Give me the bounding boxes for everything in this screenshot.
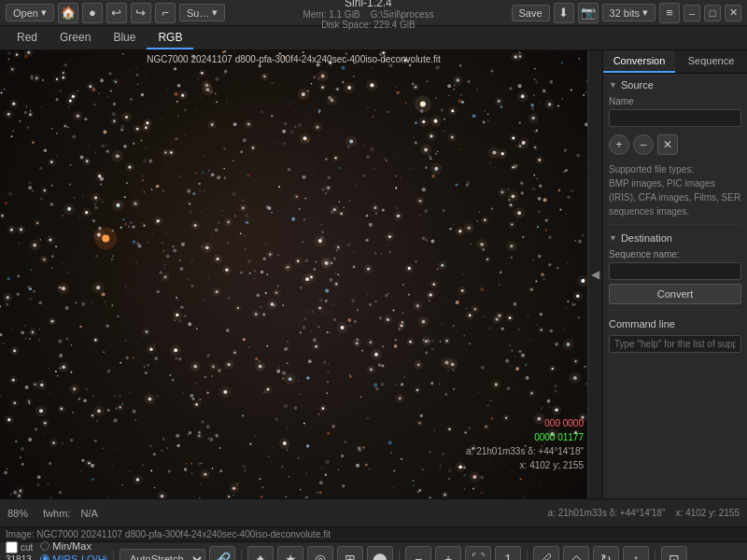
app-title-area: Siril-1.2.4 Mem: 1.1 GiB G:\Siril\proces… xyxy=(229,0,507,30)
sequence-name-label: Sequence name: xyxy=(609,249,741,259)
sunburst-button[interactable]: ✦ xyxy=(247,546,274,561)
fwhm-info: fwhm: N/A xyxy=(43,508,98,519)
close-button[interactable]: ✕ xyxy=(725,5,741,21)
val1-display: 31813 xyxy=(6,554,33,560)
source-section-header[interactable]: ▼ Source xyxy=(609,79,741,91)
destination-section-header[interactable]: ▼ Destination xyxy=(609,232,741,244)
ellipse-button[interactable]: ● xyxy=(82,3,103,23)
add-source-button[interactable]: + xyxy=(609,134,629,155)
mips-label: MIPS-LO/Hi xyxy=(52,553,107,561)
minmax-row: Min/Max xyxy=(40,540,107,552)
minimize-button[interactable]: – xyxy=(684,5,700,21)
last-tool-button[interactable]: ⊡ xyxy=(661,546,687,561)
cut-checkbox[interactable] xyxy=(6,541,18,553)
mips-row: MIPS-LO/Hi xyxy=(40,553,107,561)
save-button[interactable]: Save xyxy=(512,5,550,21)
tab-conversion[interactable]: Conversion xyxy=(603,50,675,73)
star-button[interactable]: ★ xyxy=(277,546,303,561)
flip-button[interactable]: ↕ xyxy=(623,546,649,561)
paint-button[interactable]: 🖊 xyxy=(533,546,559,561)
disk-info: Disk Space: 229.4 GiB xyxy=(321,20,416,30)
bits-label: 32 bits xyxy=(610,7,640,19)
cut-label: cut xyxy=(21,542,33,553)
minmax-radio[interactable] xyxy=(40,541,49,551)
panel-tabs: Conversion Sequence xyxy=(603,50,747,74)
bits-button[interactable]: 32 bits ▾ xyxy=(602,4,655,21)
home-button[interactable]: 🏠 xyxy=(58,3,78,23)
supported-label: Supported file types: xyxy=(609,164,694,175)
zoom-out-button[interactable]: − xyxy=(405,546,431,561)
source-name-input[interactable] xyxy=(609,109,741,127)
xy-coord: x: 4102 y: 2155 xyxy=(466,458,584,472)
tab-sequence[interactable]: Sequence xyxy=(675,50,747,73)
coordinate-info: 000 0000 0000 01177 a: 21h01m33s δ: +44°… xyxy=(466,416,584,472)
image-coords-status: a: 21h01m33s δ: +44°14'18" x: 4102 y: 21… xyxy=(548,508,740,518)
crop-button[interactable]: ⌐ xyxy=(155,3,176,23)
cut-row: cut xyxy=(6,541,33,553)
main-content: NGC7000 20241107 d800-pfa-300f4-24x240se… xyxy=(0,50,747,498)
mips-radio[interactable] xyxy=(40,554,49,561)
tab-blue[interactable]: Blue xyxy=(102,27,147,49)
source-actions: + – ✕ xyxy=(609,134,741,155)
sep2 xyxy=(241,550,242,561)
export-button[interactable]: ⬇ xyxy=(554,3,574,23)
info-bar: Image: NGC7000 20241107 d800-pfa-300f4-2… xyxy=(0,526,747,541)
open-dropdown-arrow: ▾ xyxy=(41,7,47,19)
redo-button[interactable]: ↪ xyxy=(131,3,151,23)
sep4 xyxy=(527,550,528,561)
panel-collapse-button[interactable]: ◀ xyxy=(587,50,602,498)
open-button[interactable]: Open ▾ xyxy=(6,4,54,21)
channel-tabs: Red Green Blue RGB xyxy=(0,26,747,50)
supported-text: BMP images, PIC images (IRIS), CFA image… xyxy=(609,178,740,217)
supported-types-label: Supported file types: BMP images, PIC im… xyxy=(609,162,741,218)
target-button[interactable]: ◎ xyxy=(307,546,333,561)
fullscreen-button[interactable]: ⛶ xyxy=(465,546,491,561)
panel-content: ▼ Source Name + – ✕ Supported file types… xyxy=(603,74,747,498)
title-bar: Open ▾ 🏠 ● ↩ ↪ ⌐ Su… ▾ Siril-1.2.4 Mem: … xyxy=(0,0,747,26)
right-panel: Conversion Sequence ▼ Source Name + – ✕ … xyxy=(602,50,747,498)
destination-label: Destination xyxy=(621,232,672,244)
grid-button[interactable]: ⊞ xyxy=(337,546,363,561)
source-name-label: Name xyxy=(609,96,741,106)
zoom-one-button[interactable]: 1 xyxy=(495,546,521,561)
titlebar-right: Save ⬇ 📷 32 bits ▾ ≡ – □ ✕ xyxy=(512,3,742,23)
eraser-button[interactable]: ◇ xyxy=(563,546,589,561)
right-panel-wrapper: ◀ Conversion Sequence ▼ Source Name + – … xyxy=(587,50,747,498)
tab-green[interactable]: Green xyxy=(49,27,102,49)
cmdline-section-header: Command line xyxy=(609,318,741,329)
stretch-select[interactable]: AutoStretch xyxy=(120,549,205,561)
open-label: Open xyxy=(13,7,38,19)
minmax-label: Min/Max xyxy=(52,540,92,552)
source-arrow-icon: ▼ xyxy=(609,80,617,90)
camera-button[interactable]: 📷 xyxy=(578,3,599,23)
remove-source-button[interactable]: – xyxy=(633,134,654,155)
image-filename: Image: NGC7000 20241107 d800-pfa-300f4-2… xyxy=(6,529,331,539)
sequence-name-input[interactable] xyxy=(609,262,741,280)
path-info: G:\Siril\process xyxy=(371,9,434,20)
convert-button[interactable]: Convert xyxy=(609,284,741,304)
ra-dec: a: 21h01m33s δ: +44°14'18" xyxy=(466,444,584,458)
circle-button[interactable]: ⬤ xyxy=(367,546,393,561)
sep3 xyxy=(399,550,400,561)
source-label: Source xyxy=(621,79,654,91)
tab-red[interactable]: Red xyxy=(6,27,49,49)
image-title: NGC7000 20241107 d800-pfa-300f4-24x240se… xyxy=(147,54,441,64)
rotate-button[interactable]: ↻ xyxy=(593,546,619,561)
menu-button[interactable]: ≡ xyxy=(659,3,680,23)
command-line-input[interactable] xyxy=(609,335,741,353)
bottom-toolbar: cut 31813 590 Min/Max MIPS-LO/Hi User Au… xyxy=(0,541,747,560)
sep5 xyxy=(655,550,655,561)
app-name: Siril-1.2.4 xyxy=(229,0,507,9)
undo-button[interactable]: ↩ xyxy=(106,3,127,23)
clear-source-button[interactable]: ✕ xyxy=(657,134,678,155)
dest-arrow-icon: ▼ xyxy=(609,233,617,243)
script-button[interactable]: Su… ▾ xyxy=(179,4,225,21)
image-area[interactable]: NGC7000 20241107 d800-pfa-300f4-24x240se… xyxy=(0,50,587,498)
cmdline-label: Command line xyxy=(609,318,675,329)
maximize-button[interactable]: □ xyxy=(704,5,721,21)
cut-section: cut 31813 590 xyxy=(6,541,33,560)
link-button[interactable]: 🔗 xyxy=(209,546,235,561)
status-bar: 88% fwhm: N/A a: 21h01m33s δ: +44°14'18"… xyxy=(0,498,747,526)
tab-rgb[interactable]: RGB xyxy=(147,27,193,49)
zoom-in-button[interactable]: + xyxy=(435,546,461,561)
